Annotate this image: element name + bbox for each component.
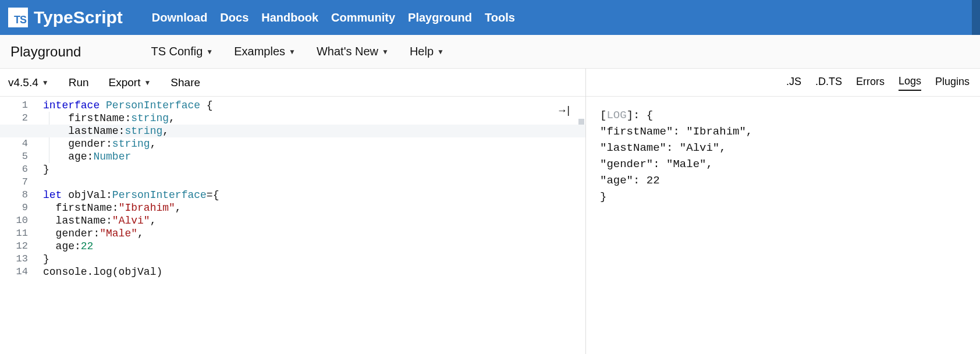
code-line[interactable]: firstName:string, xyxy=(43,112,585,125)
menu-label: Examples xyxy=(234,45,285,58)
code-content[interactable]: interface PersonInterface { firstName:st… xyxy=(43,99,585,278)
code-line[interactable]: age:22 xyxy=(43,240,585,253)
nav-playground[interactable]: Playground xyxy=(408,11,472,24)
export-menu[interactable]: Export ▼ xyxy=(109,76,151,89)
export-label: Export xyxy=(109,76,141,89)
menu-ts-config[interactable]: TS Config ▼ xyxy=(151,45,213,58)
share-button[interactable]: Share xyxy=(171,76,200,89)
top-nav: TS TypeScript Download Docs Handbook Com… xyxy=(0,0,980,35)
log-line: "age": 22 xyxy=(600,172,968,189)
menu-label: Help xyxy=(410,45,434,58)
nav-community[interactable]: Community xyxy=(331,11,395,24)
tab-js[interactable]: .JS xyxy=(786,76,801,90)
tab-plugins[interactable]: Plugins xyxy=(935,76,970,90)
run-button[interactable]: Run xyxy=(69,76,89,89)
code-line[interactable]: } xyxy=(43,253,585,266)
code-line[interactable]: let objVal:PersonInterface={ xyxy=(43,189,585,201)
sub-nav: Playground TS Config ▼ Examples ▼ What's… xyxy=(0,35,980,69)
nav-download[interactable]: Download xyxy=(152,11,208,24)
main-split: →| 1234567891011121314 interface PersonI… xyxy=(0,97,980,354)
tab-dts[interactable]: .D.TS xyxy=(815,76,842,90)
chevron-down-icon: ▼ xyxy=(206,48,213,56)
brand-name: TypeScript xyxy=(34,8,123,27)
code-line[interactable] xyxy=(43,176,585,189)
code-line[interactable]: firstName:"Ibrahim", xyxy=(43,201,585,214)
top-nav-links: Download Docs Handbook Community Playgro… xyxy=(152,11,515,24)
code-editor[interactable]: →| 1234567891011121314 interface PersonI… xyxy=(0,97,585,354)
chevron-down-icon: ▼ xyxy=(437,48,444,56)
version-label: v4.5.4 xyxy=(8,76,38,89)
toolbar: v4.5.4 ▼ Run Export ▼ Share .JS .D.TS Er… xyxy=(0,69,980,97)
menu-label: TS Config xyxy=(151,45,203,58)
line-number: 8 xyxy=(0,189,28,201)
menu-whats-new[interactable]: What's New ▼ xyxy=(317,45,389,58)
menu-help[interactable]: Help ▼ xyxy=(410,45,444,58)
page-title: Playground xyxy=(10,44,81,60)
chevron-down-icon: ▼ xyxy=(289,48,296,56)
log-line: [LOG]: { xyxy=(600,107,968,123)
code-line[interactable]: lastName:string, xyxy=(0,125,585,137)
code-line[interactable]: interface PersonInterface { xyxy=(43,99,585,112)
menu-label: What's New xyxy=(317,45,378,58)
line-number: 14 xyxy=(0,266,28,278)
log-line: } xyxy=(600,189,968,205)
chevron-down-icon: ▼ xyxy=(382,48,389,56)
menu-examples[interactable]: Examples ▼ xyxy=(234,45,296,58)
nav-docs[interactable]: Docs xyxy=(220,11,248,24)
line-number: 7 xyxy=(0,176,28,189)
code-line[interactable]: gender:string, xyxy=(43,137,585,150)
line-number: 11 xyxy=(0,227,28,240)
line-number: 1 xyxy=(0,99,28,112)
code-line[interactable]: gender:"Male", xyxy=(43,227,585,240)
nav-accent xyxy=(972,0,980,35)
log-line: "firstName": "Ibrahim", xyxy=(600,123,968,140)
line-number: 13 xyxy=(0,253,28,266)
chevron-down-icon: ▼ xyxy=(144,79,151,87)
line-number: 12 xyxy=(0,240,28,253)
minimap[interactable] xyxy=(577,97,585,354)
line-number: 6 xyxy=(0,163,28,176)
line-number: 9 xyxy=(0,201,28,214)
pane-divider xyxy=(585,69,586,97)
line-number: 10 xyxy=(0,214,28,227)
nav-tools[interactable]: Tools xyxy=(485,11,515,24)
line-number: 4 xyxy=(0,137,28,150)
code-line[interactable]: lastName:"Alvi", xyxy=(43,214,585,227)
output-pane: [LOG]: { "firstName": "Ibrahim", "lastNa… xyxy=(586,97,980,354)
chevron-down-icon: ▼ xyxy=(42,79,49,87)
version-selector[interactable]: v4.5.4 ▼ xyxy=(8,76,49,89)
log-line: "lastName": "Alvi", xyxy=(600,140,968,156)
code-line[interactable]: age:Number xyxy=(43,150,585,163)
tab-errors[interactable]: Errors xyxy=(856,76,885,90)
nav-handbook[interactable]: Handbook xyxy=(261,11,318,24)
tab-logs[interactable]: Logs xyxy=(899,75,921,91)
line-number: 5 xyxy=(0,150,28,163)
line-number: 2 xyxy=(0,112,28,125)
log-line: "gender": "Male", xyxy=(600,156,968,172)
ts-logo: TS xyxy=(8,8,28,27)
code-line[interactable]: } xyxy=(43,163,585,176)
output-tabs: .JS .D.TS Errors Logs Plugins xyxy=(786,69,970,97)
subnav-menu: TS Config ▼ Examples ▼ What's New ▼ Help… xyxy=(151,45,444,58)
code-line[interactable]: console.log(objVal) xyxy=(43,266,585,278)
